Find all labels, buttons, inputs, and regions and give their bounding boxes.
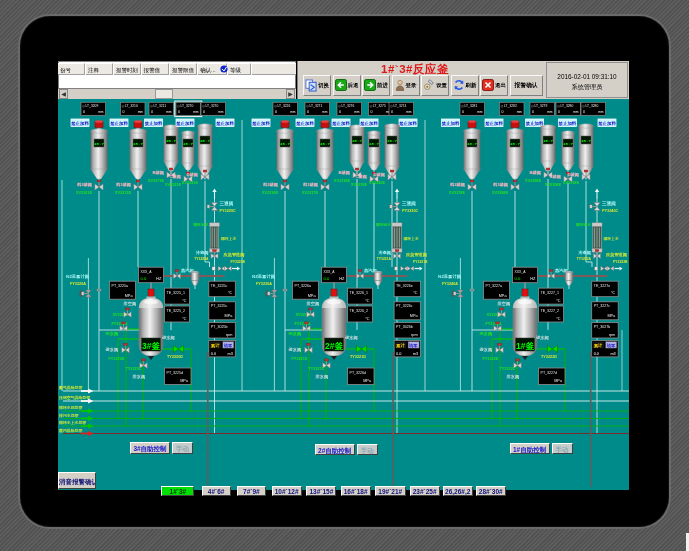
svg-text:XV3220E: XV3220E — [369, 181, 386, 185]
svg-text:PT_3225c: PT_3225c — [211, 304, 228, 308]
svg-text:HZ: HZ — [530, 276, 536, 281]
svg-text:PT_3225d: PT_3225d — [167, 371, 184, 375]
svg-text:FY3226A: FY3226A — [70, 282, 86, 286]
svg-text:0.0: 0.0 — [594, 352, 599, 356]
svg-text:TE_3225c: TE_3225c — [211, 284, 228, 288]
svg-text:XV3298E: XV3298E — [525, 179, 542, 183]
svg-text:mm: mm — [477, 110, 483, 114]
svg-text:LT_3281: LT_3281 — [465, 104, 478, 108]
svg-text:0: 0 — [502, 110, 504, 114]
svg-text:FY3220D: FY3220D — [109, 357, 125, 361]
svg-text:28.7: 28.7 — [369, 142, 379, 146]
svg-text:m3: m3 — [610, 352, 615, 356]
svg-text:TE_3227_1: TE_3227_1 — [541, 291, 560, 295]
svg-text:XV3278E: XV3278E — [449, 191, 466, 195]
svg-text:mm: mm — [406, 110, 412, 114]
svg-text:XV3213E: XV3213E — [115, 191, 132, 195]
svg-text:28.7: 28.7 — [581, 139, 591, 143]
svg-text:LT_3211: LT_3211 — [154, 104, 167, 108]
svg-text:MPa: MPa — [180, 379, 189, 383]
svg-text:mm: mm — [218, 110, 224, 114]
svg-text:TE_3225_1: TE_3225_1 — [167, 291, 186, 295]
svg-text:LT_3276: LT_3276 — [342, 104, 355, 108]
svg-text:XXX_A: XXX_A — [515, 270, 527, 274]
svg-text:TY3221C: TY3221C — [309, 367, 325, 371]
svg-text:PT_3025b: PT_3025b — [211, 325, 228, 329]
svg-text:PY3220C: PY3220C — [220, 209, 237, 213]
svg-text:FY3236A: FY3236A — [256, 282, 272, 286]
svg-text:28.7: 28.7 — [467, 142, 477, 146]
svg-text:28.7: 28.7 — [543, 139, 553, 143]
svg-text:3#釜: 3#釜 — [142, 341, 160, 351]
svg-text:LT_3282: LT_3282 — [504, 104, 517, 108]
svg-text:mm: mm — [547, 110, 553, 114]
svg-text:mm: mm — [98, 110, 104, 114]
svg-text:℃: ℃ — [556, 317, 560, 321]
svg-text:LT_3275: LT_3275 — [373, 104, 386, 108]
svg-text:XV3217E: XV3217E — [302, 191, 319, 195]
svg-text:XV3219E: XV3219E — [351, 183, 368, 187]
svg-text:TE_3227e: TE_3227e — [594, 284, 611, 288]
svg-text:XV3288E: XV3288E — [492, 191, 509, 195]
svg-text:1#釜: 1#釜 — [516, 341, 534, 351]
svg-text:循环回水: 循环回水 — [192, 222, 208, 227]
svg-text:0: 0 — [462, 110, 464, 114]
svg-text:℃: ℃ — [182, 317, 186, 321]
svg-text:FY3222D: FY3222D — [483, 357, 499, 361]
svg-text:0: 0 — [83, 110, 85, 114]
svg-text:℃: ℃ — [228, 291, 232, 295]
svg-text:循环水上水总管: 循环水上水总管 — [58, 420, 86, 425]
svg-text:m3: m3 — [228, 352, 233, 356]
svg-text:LT_3226: LT_3226 — [278, 104, 291, 108]
svg-text:氮气供给总管: 氮气供给总管 — [58, 385, 82, 390]
svg-text:mm: mm — [138, 110, 144, 114]
svg-text:MPa: MPa — [607, 314, 616, 318]
svg-text:XV3216E: XV3216E — [262, 191, 279, 195]
svg-text:XV3221E: XV3221E — [165, 183, 182, 187]
svg-text:0: 0 — [339, 110, 341, 114]
svg-text:TY3220C: TY3220C — [126, 367, 142, 371]
svg-text:28.7: 28.7 — [320, 142, 330, 146]
svg-text:FY3221D: FY3221D — [292, 357, 308, 361]
svg-text:TE_3227_2: TE_3227_2 — [541, 309, 560, 313]
svg-text:TE_3226_2: TE_3226_2 — [350, 309, 369, 313]
svg-text:0: 0 — [275, 110, 277, 114]
svg-text:28.7: 28.7 — [200, 139, 210, 143]
svg-text:PT_3225a: PT_3225a — [112, 284, 129, 288]
svg-text:MPa: MPa — [554, 379, 563, 383]
svg-text:PT_3026b: PT_3026b — [396, 325, 413, 329]
svg-text:MPa: MPa — [308, 294, 317, 298]
svg-text:MPa: MPa — [410, 314, 419, 318]
svg-text:XV3218E: XV3218E — [334, 179, 351, 183]
svg-text:mm: mm — [354, 110, 360, 114]
svg-text:三通阀: 三通阀 — [220, 200, 234, 207]
svg-text:TE_3225_2: TE_3225_2 — [167, 309, 186, 313]
svg-text:mm: mm — [573, 110, 579, 114]
svg-text:PT_3227d: PT_3227d — [541, 371, 558, 375]
svg-text:rpm: rpm — [226, 333, 233, 337]
svg-text:TE_3226_1: TE_3226_1 — [350, 291, 369, 295]
svg-text:mm: mm — [517, 110, 523, 114]
svg-text:PT_3226c: PT_3226c — [396, 304, 413, 308]
svg-text:28.7: 28.7 — [563, 142, 573, 146]
svg-text:TY3221A: TY3221A — [377, 257, 392, 261]
svg-text:mm: mm — [290, 110, 296, 114]
svg-text:℃: ℃ — [365, 299, 369, 303]
svg-text:LT_3280: LT_3280 — [561, 104, 574, 108]
svg-text:PY3230C: PY3230C — [402, 209, 419, 213]
svg-text:PT_3226d: PT_3226d — [350, 371, 367, 375]
svg-text:TY3220D: TY3220D — [167, 355, 183, 359]
svg-text:循环上水: 循环上水 — [603, 236, 619, 241]
svg-text:℃: ℃ — [182, 299, 186, 303]
svg-text:PY3222B: PY3222B — [613, 260, 628, 264]
svg-text:FY3246A: FY3246A — [442, 282, 458, 286]
svg-text:℃: ℃ — [556, 299, 560, 303]
svg-text:28.7: 28.7 — [183, 142, 193, 146]
svg-text:0.0: 0.0 — [324, 276, 330, 281]
svg-text:TY3222A: TY3222A — [577, 257, 592, 261]
svg-text:0: 0 — [203, 110, 205, 114]
svg-text:28.7: 28.7 — [166, 139, 176, 143]
svg-text:0: 0 — [371, 110, 373, 114]
svg-text:MPa: MPa — [224, 314, 233, 318]
svg-text:2#釜: 2#釜 — [325, 341, 343, 351]
